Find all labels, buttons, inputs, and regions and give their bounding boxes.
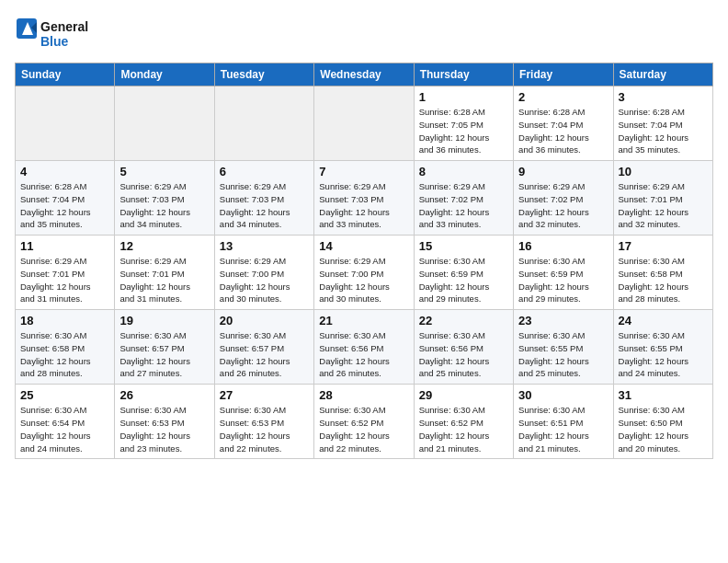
day-info: Sunrise: 6:29 AMSunset: 7:02 PMDaylight:… [419, 180, 508, 231]
day-number: 9 [518, 165, 608, 178]
calendar-cell: 9Sunrise: 6:29 AMSunset: 7:02 PMDaylight… [514, 161, 613, 236]
calendar-cell [314, 86, 414, 161]
day-number: 6 [220, 165, 309, 178]
day-number: 11 [20, 239, 109, 253]
day-info: Sunrise: 6:29 AMSunset: 7:03 PMDaylight:… [319, 180, 408, 231]
calendar-cell: 17Sunrise: 6:30 AMSunset: 6:58 PMDayligh… [613, 236, 712, 310]
day-info: Sunrise: 6:29 AMSunset: 7:00 PMDaylight:… [220, 255, 309, 305]
day-number: 27 [220, 388, 309, 402]
calendar-table: SundayMondayTuesdayWednesdayThursdayFrid… [15, 63, 713, 459]
day-info: Sunrise: 6:30 AMSunset: 6:56 PMDaylight:… [319, 329, 408, 380]
calendar-cell: 13Sunrise: 6:29 AMSunset: 7:00 PMDayligh… [214, 236, 313, 310]
day-number: 18 [20, 314, 109, 327]
calendar-cell: 7Sunrise: 6:29 AMSunset: 7:03 PMDaylight… [314, 161, 414, 236]
calendar-cell: 18Sunrise: 6:30 AMSunset: 6:58 PMDayligh… [16, 310, 115, 385]
day-info: Sunrise: 6:29 AMSunset: 7:01 PMDaylight:… [619, 180, 708, 231]
day-number: 14 [319, 239, 408, 253]
weekday-header-monday: Monday [115, 63, 214, 86]
day-number: 26 [119, 388, 209, 402]
calendar-cell: 19Sunrise: 6:30 AMSunset: 6:57 PMDayligh… [115, 310, 214, 385]
weekday-header-friday: Friday [514, 63, 613, 86]
calendar-cell: 20Sunrise: 6:30 AMSunset: 6:57 PMDayligh… [214, 310, 313, 385]
calendar-cell: 29Sunrise: 6:30 AMSunset: 6:52 PMDayligh… [414, 385, 513, 459]
day-number: 25 [20, 388, 109, 402]
day-info: Sunrise: 6:28 AMSunset: 7:04 PMDaylight:… [20, 180, 109, 231]
calendar-cell: 2Sunrise: 6:28 AMSunset: 7:04 PMDaylight… [514, 86, 613, 161]
day-info: Sunrise: 6:28 AMSunset: 7:04 PMDaylight:… [619, 106, 708, 156]
day-number: 28 [319, 388, 408, 402]
day-number: 7 [319, 165, 408, 178]
calendar-cell: 8Sunrise: 6:29 AMSunset: 7:02 PMDaylight… [414, 161, 513, 236]
day-number: 24 [619, 314, 708, 327]
day-number: 19 [119, 314, 209, 327]
day-info: Sunrise: 6:30 AMSunset: 6:55 PMDaylight:… [619, 329, 708, 380]
day-info: Sunrise: 6:30 AMSunset: 6:57 PMDaylight:… [220, 329, 309, 380]
calendar-cell: 24Sunrise: 6:30 AMSunset: 6:55 PMDayligh… [613, 310, 712, 385]
calendar-cell: 14Sunrise: 6:29 AMSunset: 7:00 PMDayligh… [314, 236, 414, 310]
calendar-cell: 25Sunrise: 6:30 AMSunset: 6:54 PMDayligh… [16, 385, 115, 459]
day-info: Sunrise: 6:28 AMSunset: 7:05 PMDaylight:… [419, 106, 508, 156]
day-number: 1 [419, 90, 508, 104]
calendar-cell: 23Sunrise: 6:30 AMSunset: 6:55 PMDayligh… [514, 310, 613, 385]
calendar-cell: 1Sunrise: 6:28 AMSunset: 7:05 PMDaylight… [414, 86, 513, 161]
day-info: Sunrise: 6:30 AMSunset: 6:56 PMDaylight:… [419, 329, 508, 380]
day-number: 5 [119, 165, 209, 178]
day-number: 12 [119, 239, 209, 253]
calendar-week-1: 1Sunrise: 6:28 AMSunset: 7:05 PMDaylight… [16, 86, 713, 161]
calendar-cell: 30Sunrise: 6:30 AMSunset: 6:51 PMDayligh… [514, 385, 613, 459]
calendar-cell: 22Sunrise: 6:30 AMSunset: 6:56 PMDayligh… [414, 310, 513, 385]
calendar-cell: 27Sunrise: 6:30 AMSunset: 6:53 PMDayligh… [214, 385, 313, 459]
day-number: 13 [220, 239, 309, 253]
day-number: 22 [419, 314, 508, 327]
day-info: Sunrise: 6:30 AMSunset: 6:58 PMDaylight:… [619, 255, 708, 305]
calendar-cell: 10Sunrise: 6:29 AMSunset: 7:01 PMDayligh… [613, 161, 712, 236]
calendar-cell: 5Sunrise: 6:29 AMSunset: 7:03 PMDaylight… [115, 161, 214, 236]
weekday-header-thursday: Thursday [414, 63, 513, 86]
calendar-cell: 11Sunrise: 6:29 AMSunset: 7:01 PMDayligh… [16, 236, 115, 310]
day-number: 30 [518, 388, 608, 402]
day-info: Sunrise: 6:29 AMSunset: 7:00 PMDaylight:… [319, 255, 408, 305]
day-number: 16 [518, 239, 608, 253]
day-info: Sunrise: 6:30 AMSunset: 6:53 PMDaylight:… [220, 404, 309, 454]
day-info: Sunrise: 6:30 AMSunset: 6:52 PMDaylight:… [319, 404, 408, 454]
calendar-week-2: 4Sunrise: 6:28 AMSunset: 7:04 PMDaylight… [16, 161, 713, 236]
day-number: 21 [319, 314, 408, 327]
calendar-week-5: 25Sunrise: 6:30 AMSunset: 6:54 PMDayligh… [16, 385, 713, 459]
day-info: Sunrise: 6:30 AMSunset: 6:54 PMDaylight:… [20, 404, 109, 454]
day-number: 2 [518, 90, 608, 104]
day-info: Sunrise: 6:29 AMSunset: 7:01 PMDaylight:… [20, 255, 109, 305]
day-number: 20 [220, 314, 309, 327]
calendar-week-4: 18Sunrise: 6:30 AMSunset: 6:58 PMDayligh… [16, 310, 713, 385]
calendar-cell: 12Sunrise: 6:29 AMSunset: 7:01 PMDayligh… [115, 236, 214, 310]
svg-text:Blue: Blue [40, 34, 69, 49]
day-info: Sunrise: 6:30 AMSunset: 6:53 PMDaylight:… [119, 404, 209, 454]
day-info: Sunrise: 6:29 AMSunset: 7:01 PMDaylight:… [119, 255, 209, 305]
day-number: 15 [419, 239, 508, 253]
calendar-cell [214, 86, 313, 161]
calendar-week-3: 11Sunrise: 6:29 AMSunset: 7:01 PMDayligh… [16, 236, 713, 310]
calendar-cell [115, 86, 214, 161]
weekday-header-sunday: Sunday [16, 63, 115, 86]
day-number: 3 [619, 90, 708, 104]
day-info: Sunrise: 6:30 AMSunset: 6:50 PMDaylight:… [619, 404, 708, 454]
calendar-cell: 16Sunrise: 6:30 AMSunset: 6:59 PMDayligh… [514, 236, 613, 310]
day-info: Sunrise: 6:30 AMSunset: 6:58 PMDaylight:… [20, 329, 109, 380]
day-number: 23 [518, 314, 608, 327]
day-info: Sunrise: 6:30 AMSunset: 6:59 PMDaylight:… [518, 255, 608, 305]
day-info: Sunrise: 6:30 AMSunset: 6:52 PMDaylight:… [419, 404, 508, 454]
day-number: 4 [20, 165, 109, 178]
day-info: Sunrise: 6:29 AMSunset: 7:02 PMDaylight:… [518, 180, 608, 231]
day-number: 29 [419, 388, 508, 402]
calendar-cell: 4Sunrise: 6:28 AMSunset: 7:04 PMDaylight… [16, 161, 115, 236]
calendar-cell: 26Sunrise: 6:30 AMSunset: 6:53 PMDayligh… [115, 385, 214, 459]
day-info: Sunrise: 6:30 AMSunset: 6:57 PMDaylight:… [119, 329, 209, 380]
weekday-header-tuesday: Tuesday [214, 63, 313, 86]
weekday-header-saturday: Saturday [613, 63, 712, 86]
calendar-cell: 6Sunrise: 6:29 AMSunset: 7:03 PMDaylight… [214, 161, 313, 236]
calendar-cell: 21Sunrise: 6:30 AMSunset: 6:56 PMDayligh… [314, 310, 414, 385]
day-number: 8 [419, 165, 508, 178]
day-number: 17 [619, 239, 708, 253]
calendar-cell: 31Sunrise: 6:30 AMSunset: 6:50 PMDayligh… [613, 385, 712, 459]
logo-svg: General Blue [15, 15, 97, 55]
day-info: Sunrise: 6:30 AMSunset: 6:51 PMDaylight:… [518, 404, 608, 454]
